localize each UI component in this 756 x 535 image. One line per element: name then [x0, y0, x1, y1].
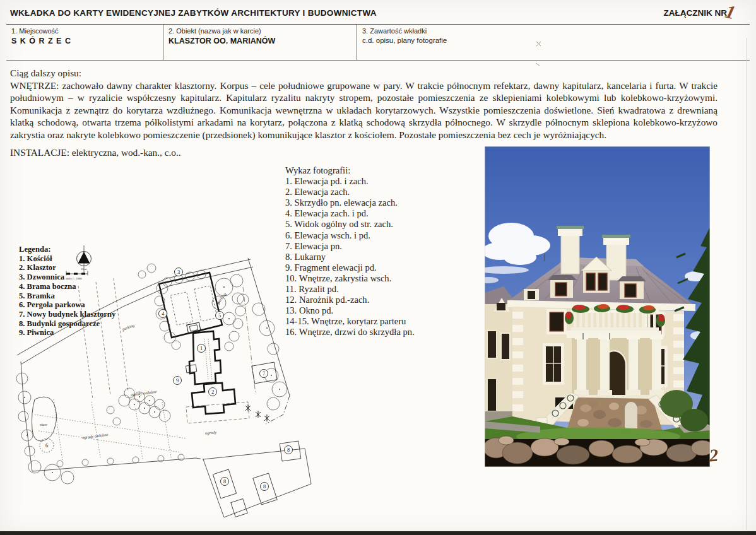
svg-text:8: 8 — [287, 447, 290, 453]
installations-line: INSTALACJE: elektryczna, wod.-kan., c.o.… — [10, 147, 181, 158]
ogrody-label: ogrody — [205, 430, 217, 435]
photo-list-heading: Wykaz fotografii: — [285, 165, 415, 176]
handwritten-page-number: 2 — [709, 445, 719, 466]
plot-boundary — [17, 258, 290, 471]
marker-pergola: 6 — [45, 442, 48, 449]
description-heading: Ciąg dalszy opisu: — [10, 67, 718, 79]
field-value: KLASZTOR OO. MARIANÓW — [168, 37, 351, 45]
marker-brama-boczna: 4 — [159, 310, 167, 318]
ogrody-ozdobne-label-2: ogrody ozdobne — [82, 432, 109, 440]
field-zawartosc: 3. Zawartość wkładki c.d. opisu, plany f… — [357, 25, 750, 60]
svg-text:9: 9 — [176, 377, 179, 384]
svg-text:2: 2 — [211, 389, 214, 395]
field-label: 1. Miejscowość — [11, 27, 158, 35]
svg-text:8: 8 — [223, 478, 226, 485]
marker-piwnica: 9 — [174, 377, 182, 385]
marker-nowy-budynek: 7 — [260, 370, 268, 378]
ogrody-ozdobne-label-1: ogrody ozdobne — [131, 389, 157, 397]
church-footprint — [189, 331, 221, 384]
stair-niche-door — [625, 402, 637, 430]
parking-label-east: parking — [215, 291, 227, 305]
scan-edge-line — [747, 38, 747, 530]
field-value: c.d. opisu, plany fotografie — [362, 37, 745, 44]
handwritten-attachment-number: 1 — [723, 1, 738, 24]
header-fields-row: 1. Miejscowość S K Ó R Z E C 2. Obiekt (… — [6, 25, 750, 61]
scan-bottom-edge — [0, 531, 756, 535]
svg-text:3: 3 — [177, 269, 180, 275]
svg-text:6: 6 — [45, 442, 48, 449]
marker-bramka: 5 — [216, 312, 224, 320]
record-card-page: WKŁADKA DO KARTY EWIDENCYJNEJ ZABYTKÓW A… — [0, 0, 756, 535]
pond-label: staw — [40, 422, 48, 426]
tree-symbols — [16, 264, 287, 484]
walled-courtyard — [159, 273, 222, 338]
field-label: 2. Obiekt (nazwa jak w karcie) — [168, 27, 351, 35]
photo-list-item: 3. Skrzydło pn. elewacja zach. — [285, 197, 415, 208]
photo-list-item: 5. Widok ogólny od str. zach. — [285, 219, 415, 230]
portico — [567, 331, 664, 399]
photo-list-item: 6. Elewacja wsch. i pd. — [285, 230, 415, 241]
parking-label-west: parking — [121, 322, 136, 331]
pond: staw — [32, 397, 57, 441]
outbuildings-parcel — [203, 441, 311, 517]
scan-speck-marks — [534, 39, 544, 67]
marker-budynki-gosp-3: 8 — [261, 483, 269, 491]
conifer-marks — [245, 404, 269, 421]
description-block: Ciąg dalszy opisu: WNĘTRZE: zachowało da… — [10, 67, 718, 141]
photo-list-item: 4. Elewacja zach. i pd. — [285, 208, 415, 219]
field-label: 3. Zawartość wkładki — [362, 27, 745, 35]
marker-klasztor: 2 — [209, 388, 217, 396]
field-value: S K Ó R Z E C — [11, 37, 158, 45]
photo-monastery-building — [485, 146, 710, 467]
description-body: WNĘTRZE: zachowało dawny charakter klasz… — [10, 79, 718, 141]
svg-text:5: 5 — [218, 312, 221, 319]
tree-center-dots — [24, 286, 280, 473]
svg-text:1: 1 — [200, 345, 203, 351]
marker-budynki-gosp-1: 8 — [285, 446, 293, 454]
marker-dzwonnica: 3 — [175, 268, 183, 276]
field-obiekt: 2. Obiekt (nazwa jak w karcie) KLASZTOR … — [163, 25, 357, 60]
page-title: WKŁADKA DO KARTY EWIDENCYJNEJ ZABYTKÓW A… — [10, 8, 377, 18]
garden-paths — [35, 278, 256, 460]
marker-kosciol: 1 — [198, 344, 206, 353]
svg-text:7: 7 — [263, 370, 265, 377]
svg-text:8: 8 — [263, 483, 266, 490]
photo-list-item: 1. Elewacja pd. i zach. — [285, 176, 415, 187]
plan-markers: 1 2 3 4 5 6 7 8 8 8 9 — [45, 268, 293, 491]
site-plan-drawing: staw — [16, 249, 338, 520]
field-miejscowosc: 1. Miejscowość S K Ó R Z E C — [6, 25, 163, 60]
attachment-label: ZAŁĄCZNIK NR — [664, 8, 728, 18]
marker-budynki-gosp-2: 8 — [221, 478, 229, 486]
photo-list-item: 2. Elewacja zach. — [285, 187, 415, 197]
